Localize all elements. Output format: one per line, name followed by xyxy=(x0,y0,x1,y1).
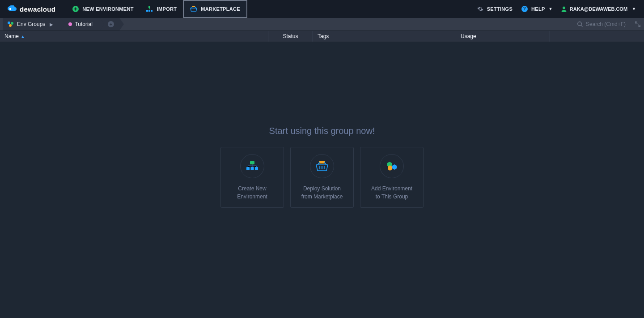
marketplace-basket-icon xyxy=(190,6,197,12)
sort-asc-icon: ▲ xyxy=(21,34,25,39)
marketplace-button[interactable]: MARKETPLACE xyxy=(183,0,247,18)
env-groups-icon xyxy=(7,21,14,27)
svg-point-13 xyxy=(578,22,581,26)
settings-label: SETTINGS xyxy=(487,6,513,12)
column-header-row: Name ▲ Status Tags Usage xyxy=(0,30,644,42)
svg-rect-17 xyxy=(255,167,258,170)
card-create-env-label: Create New Environment xyxy=(234,185,270,201)
help-button[interactable]: ? HELP ▼ xyxy=(517,0,557,18)
column-header-status[interactable]: Status xyxy=(268,31,313,42)
card-add-group-label: Add Environment to This Group xyxy=(369,185,415,201)
main-content: Start using this group now! Create New E… xyxy=(0,42,644,318)
group-color-dot xyxy=(68,22,72,26)
caret-down-icon: ▼ xyxy=(632,7,636,11)
column-tags-label: Tags xyxy=(318,33,329,39)
svg-rect-14 xyxy=(250,161,254,164)
column-header-spacer xyxy=(550,31,644,42)
breadcrumb-bar: Env Groups ▶ Tutorial + xyxy=(0,18,644,30)
import-label: IMPORT xyxy=(157,6,177,12)
import-button[interactable]: IMPORT xyxy=(140,0,183,18)
cloud-logo-icon xyxy=(7,5,17,13)
fullscreen-button[interactable] xyxy=(633,20,642,29)
empty-state-cards: Create New Environment Deploy Solution f… xyxy=(220,147,424,208)
card-deploy-marketplace[interactable]: Deploy Solution from Marketplace xyxy=(290,147,354,208)
breadcrumb-group-label: Tutorial xyxy=(75,21,93,27)
marketplace-label: MARKETPLACE xyxy=(201,6,240,12)
search-box[interactable] xyxy=(577,18,631,30)
svg-rect-5 xyxy=(148,6,150,8)
empty-state-title: Start using this group now! xyxy=(269,126,375,136)
hex-cluster-icon xyxy=(385,161,398,172)
column-usage-label: Usage xyxy=(461,33,476,39)
svg-point-9 xyxy=(563,7,565,9)
brand-name: dewacloud xyxy=(20,5,55,13)
new-environment-label: NEW ENVIRONMENT xyxy=(82,6,134,12)
caret-down-icon: ▼ xyxy=(549,7,553,11)
gear-icon xyxy=(477,6,483,12)
chevron-right-icon: ▶ xyxy=(50,22,53,27)
card-deploy-mkt-label: Deploy Solution from Marketplace xyxy=(299,185,346,201)
import-icon xyxy=(146,6,153,12)
user-email: RAKA@DEWAWEB.COM xyxy=(570,6,627,12)
card-create-environment[interactable]: Create New Environment xyxy=(220,147,284,208)
svg-text:?: ? xyxy=(523,6,526,11)
plus-icon: + xyxy=(108,21,114,27)
top-toolbar: dewacloud NEW ENVIRONMENT IMPORT MARKETP… xyxy=(0,0,644,18)
svg-rect-2 xyxy=(146,10,148,12)
new-environment-button[interactable]: NEW ENVIRONMENT xyxy=(66,0,140,18)
column-header-name[interactable]: Name ▲ xyxy=(0,31,268,42)
card-add-to-group[interactable]: Add Environment to This Group xyxy=(360,147,424,208)
user-menu[interactable]: RAKA@DEWAWEB.COM ▼ xyxy=(557,6,640,12)
settings-button[interactable]: SETTINGS xyxy=(473,0,517,18)
svg-rect-3 xyxy=(148,10,150,12)
search-input[interactable] xyxy=(586,21,626,27)
plus-circle-icon xyxy=(72,6,79,12)
svg-marker-20 xyxy=(392,164,397,170)
column-status-label: Status xyxy=(283,33,298,39)
svg-rect-18 xyxy=(319,161,325,163)
help-label: HELP xyxy=(531,6,545,12)
add-group-iconcircle xyxy=(380,154,404,178)
svg-point-11 xyxy=(11,22,13,25)
create-env-icon xyxy=(246,161,258,171)
create-env-iconcircle xyxy=(240,154,264,178)
search-icon xyxy=(577,21,583,27)
breadcrumb-current-group[interactable]: Tutorial xyxy=(60,18,100,30)
svg-point-12 xyxy=(9,24,12,27)
column-header-usage[interactable]: Usage xyxy=(456,31,550,42)
breadcrumb-env-groups[interactable]: Env Groups ▶ xyxy=(3,18,60,30)
brand-logo[interactable]: dewacloud xyxy=(7,5,55,13)
marketplace-basket-large-icon xyxy=(315,161,329,172)
expand-icon xyxy=(635,21,640,27)
svg-rect-6 xyxy=(192,6,195,7)
column-name-label: Name xyxy=(4,33,19,39)
help-icon: ? xyxy=(521,6,528,12)
deploy-mkt-iconcircle xyxy=(310,154,334,178)
svg-rect-4 xyxy=(151,10,153,12)
user-icon xyxy=(561,6,567,12)
svg-rect-15 xyxy=(246,167,250,170)
svg-rect-16 xyxy=(251,167,254,170)
breadcrumb-env-groups-label: Env Groups xyxy=(17,21,45,27)
column-header-tags[interactable]: Tags xyxy=(313,31,456,42)
svg-point-10 xyxy=(8,21,10,24)
svg-point-0 xyxy=(9,8,11,10)
